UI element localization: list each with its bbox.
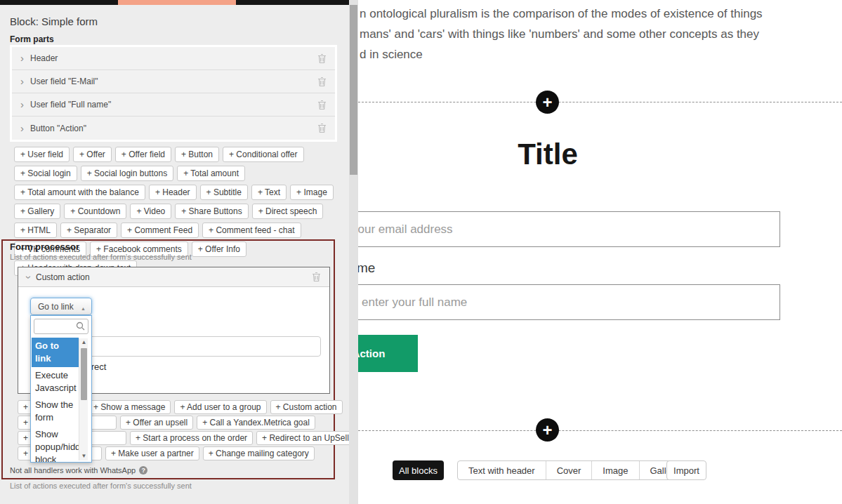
form-parts-list: Header User field "E-Mail" User field: [10, 45, 337, 142]
dropdown-option[interactable]: Go to link: [32, 338, 79, 367]
tab-category[interactable]: Image: [591, 461, 638, 479]
page-scrollbar-thumb[interactable]: [350, 5, 357, 175]
form-part-label: User field "Full name": [30, 100, 111, 110]
full-name-field[interactable]: [309, 284, 780, 320]
whatsapp-note: Not all handlers work with WhatsApp: [10, 466, 147, 475]
trash-icon[interactable]: [317, 53, 327, 64]
screen: n ontological pluralism is the compariso…: [0, 0, 842, 504]
page-scrollbar[interactable]: [349, 0, 358, 504]
add-handler-button[interactable]: + Custom action: [270, 400, 343, 414]
add-part-button[interactable]: + Comment Feed: [121, 223, 199, 238]
custom-action-header[interactable]: Custom action: [18, 267, 329, 287]
form-part-label: User field "E-Mail": [30, 77, 98, 86]
dropdown-scrollbar-thumb[interactable]: [81, 348, 87, 400]
chevron-right-icon: [20, 99, 24, 110]
email-field[interactable]: [309, 211, 780, 247]
dropdown-option[interactable]: Show popup/hidd block: [32, 426, 79, 462]
form-part-row[interactable]: Button "Action": [12, 117, 335, 140]
add-part-button[interactable]: + Conditional offer: [223, 147, 304, 162]
add-part-button[interactable]: + HTML: [14, 223, 57, 238]
add-part-button[interactable]: + Direct speech: [252, 204, 324, 219]
tab-category[interactable]: Cover: [546, 461, 592, 479]
add-block-button-bottom[interactable]: [536, 418, 559, 442]
chevron-down-icon: [23, 275, 34, 279]
paragraph-line: mans' and 'cars' with things like 'numbe…: [360, 24, 842, 44]
search-icon: [76, 321, 86, 331]
help-icon[interactable]: [139, 466, 147, 475]
form-part-label: Button "Action": [30, 124, 86, 133]
add-handler-button[interactable]: + Redirect to an UpSell: [256, 431, 355, 445]
dropdown-options-list: Go to linkExecute JavascriptShow the for…: [32, 338, 79, 462]
form-processor-subtitle: List of actions executed after form's su…: [10, 253, 192, 261]
add-handler-button[interactable]: + Show a message: [88, 400, 171, 414]
add-part-button[interactable]: + Separator: [60, 223, 117, 238]
add-block-button-top[interactable]: [536, 91, 559, 114]
paragraph-block[interactable]: n ontological pluralism is the compariso…: [360, 4, 842, 65]
dropdown-scrollbar[interactable]: [79, 338, 88, 460]
tab-category[interactable]: Text with header: [458, 461, 546, 479]
add-handler-button[interactable]: + Make user a partner: [105, 446, 199, 460]
chevron-right-icon: [20, 76, 24, 87]
add-part-button[interactable]: + Comment feed - chat: [202, 223, 301, 238]
form-processor-title: Form processor: [10, 241, 79, 252]
block-divider-bottom: [358, 430, 842, 431]
add-part-button[interactable]: + Offer: [73, 147, 112, 162]
tab-all-blocks[interactable]: All blocks: [393, 460, 444, 480]
form-part-row[interactable]: User field "E-Mail": [12, 70, 335, 93]
handler-type-selected-value: Go to link: [38, 302, 74, 312]
handler-type-select[interactable]: Go to link: [30, 298, 92, 315]
trash-icon[interactable]: [312, 272, 321, 282]
add-part-button[interactable]: + User field: [14, 147, 70, 162]
add-part-button[interactable]: + Share Buttons: [175, 204, 248, 219]
dropdown-search: [34, 319, 88, 334]
chevron-right-icon: [20, 123, 24, 134]
page-title[interactable]: Title: [358, 138, 737, 171]
add-part-button[interactable]: + Social login buttons: [81, 166, 173, 181]
add-part-button[interactable]: + Button: [175, 147, 219, 162]
handler-type-dropdown: Go to linkExecute JavascriptShow the for…: [30, 315, 92, 463]
form-parts-heading: Form parts: [10, 34, 54, 44]
trash-icon[interactable]: [317, 77, 327, 87]
dropdown-option[interactable]: Execute Javascript: [32, 367, 79, 397]
paragraph-line: d in science: [360, 44, 842, 65]
chevron-right-icon: [20, 53, 24, 64]
select-arrow-up-icon: [81, 301, 86, 312]
scroll-up-icon[interactable]: [79, 339, 88, 346]
form-part-row[interactable]: Header: [12, 47, 335, 70]
custom-action-title: Custom action: [36, 272, 90, 282]
block-category-tabs: Text with headerCoverImageGallery: [457, 460, 690, 480]
add-part-button[interactable]: + Offer field: [115, 147, 171, 162]
trash-icon[interactable]: [317, 123, 327, 133]
paragraph-line: n ontological pluralism is the compariso…: [360, 4, 842, 24]
add-handler-button[interactable]: + Add user to a group: [174, 400, 266, 414]
form-part-row[interactable]: User field "Full name": [12, 93, 335, 117]
add-part-button[interactable]: + Video: [130, 204, 171, 219]
add-part-button[interactable]: + Countdown: [64, 204, 126, 219]
add-handler-button[interactable]: + Offer an upsell: [120, 416, 193, 430]
dropdown-option[interactable]: Show the form: [32, 397, 79, 426]
processor-footer-note: List of actions executed after form's su…: [10, 482, 192, 490]
add-handler-button[interactable]: + Change mailing category: [203, 446, 315, 460]
whatsapp-note-text: Not all handlers work with WhatsApp: [10, 466, 136, 475]
block-settings-panel: Block: Simple form Form parts Header Use…: [0, 0, 349, 504]
panel-top-bar-accent: [118, 0, 236, 5]
add-part-button[interactable]: + Image: [290, 185, 334, 200]
block-divider-top: [358, 102, 842, 102]
add-part-button[interactable]: + Header: [149, 185, 197, 200]
panel-title: Block: Simple form: [10, 15, 98, 27]
add-part-button[interactable]: + Total amount: [177, 166, 245, 181]
scroll-down-icon[interactable]: [79, 453, 88, 460]
tab-import[interactable]: Import: [666, 460, 706, 480]
add-handler-button[interactable]: + Start a process on the order: [130, 431, 253, 445]
add-handler-button[interactable]: + Call a Yandex.Metrica goal: [197, 416, 315, 430]
add-part-button[interactable]: + Gallery: [14, 204, 60, 219]
add-part-button[interactable]: + Subtitle: [200, 185, 248, 200]
add-part-button[interactable]: + Social login: [14, 166, 77, 181]
trash-icon[interactable]: [317, 100, 327, 110]
add-part-button[interactable]: + Text: [251, 185, 287, 200]
form-part-label: Header: [30, 53, 58, 63]
add-part-button[interactable]: + Total amount with the balance: [14, 185, 145, 200]
